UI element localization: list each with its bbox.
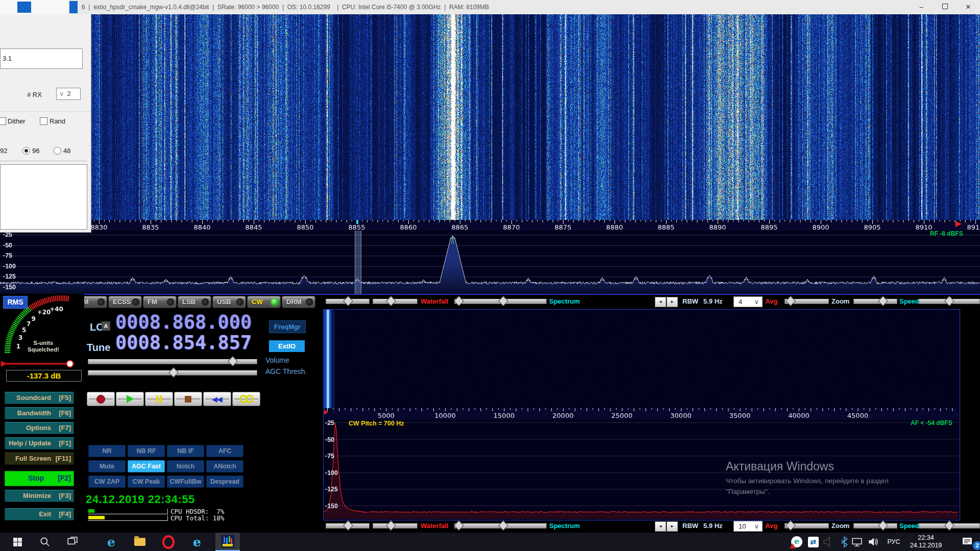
mode-label: USB: [217, 298, 231, 306]
hdsdr-taskbar-button[interactable]: [215, 533, 240, 551]
dsp-notch-button[interactable]: Notch: [167, 460, 204, 472]
network-tray-button[interactable]: [849, 533, 865, 551]
speaker-tray-button[interactable]: [821, 533, 836, 551]
waterfall-upper-slider[interactable]: [326, 299, 370, 304]
minimize-button[interactable]: –: [910, 0, 933, 14]
file-explorer-taskbar-button[interactable]: [128, 533, 152, 551]
edge-taskbar-button[interactable]: e: [99, 533, 124, 551]
rate-48-radio[interactable]: [54, 147, 61, 155]
zoom-label: Zoom: [831, 522, 849, 530]
smeter-mode-button[interactable]: RMS: [3, 296, 28, 309]
mode-led-indicator: [202, 298, 209, 306]
agc-threshold-slider[interactable]: [88, 370, 257, 375]
extio-button[interactable]: ExtIO: [269, 340, 305, 352]
mode-button-cw[interactable]: CW: [247, 296, 281, 308]
eset-tray-button[interactable]: e: [789, 533, 804, 551]
waterfall-lower-slider[interactable]: [373, 523, 418, 529]
dsp-cw-zap-button[interactable]: CW ZAP: [88, 475, 126, 488]
rbw-increase-button[interactable]: ►: [667, 297, 678, 307]
button-label: Soundcard: [16, 394, 51, 402]
rf-waterfall-display[interactable]: [0, 14, 980, 220]
volume-slider[interactable]: [88, 359, 257, 364]
help-update-button[interactable]: Help / Update[F1]: [5, 437, 74, 449]
full-screen-button[interactable]: Full Screen[F11]: [5, 453, 74, 465]
rbw-increase-button[interactable]: ►: [667, 521, 678, 532]
task-view-taskbar-button[interactable]: [60, 533, 85, 551]
mode-button-drm[interactable]: DRM: [282, 296, 315, 308]
opera-icon: [162, 535, 175, 549]
notification-center-button[interactable]: 2: [958, 533, 978, 551]
watermark-line2: Чтобы активировать Windows, перейдите в …: [726, 477, 889, 485]
opera-taskbar-button[interactable]: [156, 533, 181, 551]
dsp-cwfullbw-button[interactable]: CWFullBw: [167, 475, 204, 488]
lo-vfo-flag[interactable]: A: [102, 321, 110, 331]
stop-button[interactable]: Stop[F2]: [5, 471, 74, 486]
dsp-afc-button[interactable]: AFC: [206, 445, 243, 457]
language-indicator[interactable]: РУС: [885, 533, 903, 551]
db-label: -50: [3, 242, 12, 249]
zoom-slider[interactable]: [853, 299, 897, 304]
search-taskbar-button[interactable]: [33, 533, 57, 551]
extio-version-field[interactable]: 3.1: [0, 48, 83, 69]
rewind-button[interactable]: ◀◀: [203, 392, 231, 406]
rand-checkbox[interactable]: [40, 117, 47, 125]
soundcard-button[interactable]: Soundcard[F5]: [5, 392, 74, 404]
rf-spectrum-display[interactable]: [0, 231, 980, 294]
dsp-cw-peak-button[interactable]: CW Peak: [128, 475, 165, 488]
play-button[interactable]: [116, 392, 144, 406]
dither-checkbox[interactable]: [0, 117, 6, 125]
maximize-button[interactable]: [933, 0, 957, 14]
volume-tray-button[interactable]: [866, 533, 881, 551]
rf-frequency-scale[interactable]: [0, 220, 980, 231]
lo-frequency-display[interactable]: 0008.868.000: [115, 311, 252, 333]
waterfall-upper-slider[interactable]: [326, 523, 370, 529]
spectrum-range-slider[interactable]: [454, 523, 547, 529]
af-frequency-scale[interactable]: [324, 408, 959, 419]
dsp-despread-button[interactable]: Despread: [206, 475, 243, 488]
tune-frequency-display[interactable]: 0008.854.857: [115, 332, 252, 354]
dsp-agc-fast-button[interactable]: AGC Fast: [128, 460, 165, 472]
mode-button-lsb[interactable]: LSB: [178, 296, 211, 308]
speed-slider[interactable]: [919, 523, 980, 529]
zoom-slider[interactable]: [853, 523, 897, 529]
mode-button-ecss[interactable]: ECSS: [108, 296, 142, 308]
average-select[interactable]: 4∨: [733, 296, 763, 307]
avg-label: Avg: [765, 522, 777, 530]
rbw-decrease-button[interactable]: ◄: [655, 521, 666, 532]
options-button[interactable]: Options[F7]: [5, 422, 74, 434]
rbw-value: 5.9 Hz: [703, 297, 723, 305]
dsp-nb-rf-button[interactable]: NB RF: [128, 445, 165, 457]
dsp-nb-if-button[interactable]: NB IF: [167, 445, 204, 457]
spectrum-range-slider[interactable]: [454, 299, 547, 304]
record-button[interactable]: [87, 392, 115, 406]
rbw-decrease-button[interactable]: ◄: [655, 297, 666, 307]
minimize-button[interactable]: Minimize[F3]: [5, 490, 74, 502]
avg-slider[interactable]: [785, 299, 829, 304]
avg-slider[interactable]: [785, 523, 829, 529]
rx-count-select[interactable]: ∨2: [56, 88, 81, 100]
rate-96-radio[interactable]: [22, 147, 30, 155]
waterfall-lower-slider[interactable]: [373, 299, 418, 304]
exit-button[interactable]: Exit[F4]: [5, 508, 74, 520]
extio-listbox[interactable]: [0, 164, 87, 230]
average-select[interactable]: 10∨: [733, 521, 763, 532]
speed-label: Speed: [899, 522, 919, 530]
dsp-mute-button[interactable]: Mute: [88, 460, 126, 472]
pause-button[interactable]: [145, 392, 173, 406]
speed-slider[interactable]: [919, 299, 980, 304]
clock[interactable]: 22:3424.12.2019: [903, 533, 948, 551]
mode-button-usb[interactable]: USB: [212, 296, 246, 308]
dsp-anotch-button[interactable]: ANotch: [206, 460, 243, 472]
close-button[interactable]: ✕: [957, 0, 980, 14]
start-taskbar-button[interactable]: [5, 533, 30, 551]
af-waterfall-display[interactable]: [324, 310, 959, 408]
stop-button[interactable]: [174, 392, 202, 406]
teamviewer-tray-button[interactable]: ⇄: [805, 533, 821, 551]
dsp-nr-button[interactable]: NR: [88, 445, 126, 457]
internet-explorer-taskbar-button[interactable]: e: [185, 533, 209, 551]
mode-button-fm[interactable]: FM: [143, 296, 177, 308]
button-fkey: [F5]: [59, 394, 71, 402]
bandwidth-button[interactable]: Bandwidth[F6]: [5, 407, 74, 419]
freqmgr-button[interactable]: FreqMgr: [269, 320, 306, 333]
loop-button[interactable]: [232, 392, 260, 406]
